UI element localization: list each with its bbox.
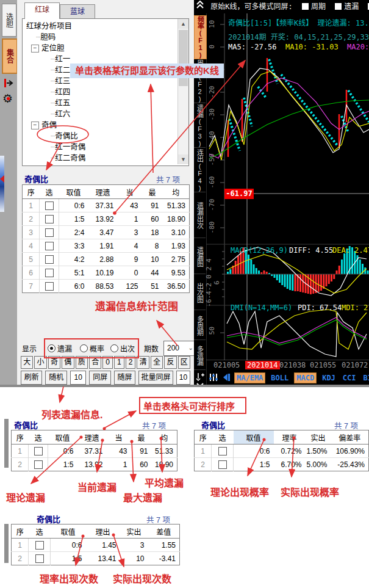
miss-mini-table[interactable]: 序选取值理遗当最均10:637.31439151.3321:513.921601… [11, 430, 177, 471]
table-row[interactable]: 76:088.531255136.50 [23, 280, 190, 293]
table-row[interactable]: 21:513.9216018.90 [23, 212, 190, 226]
column-header[interactable]: 取值 [51, 524, 86, 539]
random-count-input[interactable]: 10 [70, 371, 87, 385]
indicator-boll[interactable]: BOLL [269, 373, 290, 383]
table-row[interactable]: 65:110.190449.53 [23, 266, 190, 280]
table-row[interactable]: 32:43.473183.10 [23, 226, 190, 239]
tab-consecutive-f4[interactable]: 连出(F4) [194, 149, 206, 192]
refresh-button[interactable]: 刷新 [21, 371, 42, 385]
plot-area[interactable]: 10 0 -10 -20 -30 -40 -50 -60 -70 -80 -6-… [206, 13, 369, 360]
row-checkbox[interactable] [45, 215, 54, 223]
tab-red-ball[interactable]: 红球 [24, 2, 60, 19]
indicator-bias[interactable]: BIAS [362, 373, 369, 383]
filter-qu[interactable]: 区 [178, 356, 190, 369]
scroll-down-icon[interactable]: ▼ [178, 154, 188, 164]
prob-mini-table[interactable]: 序选取值理率实出偏差率10:60.72%1.50%106.90%21:56.70… [194, 430, 369, 471]
table-row[interactable]: 21:513.9216018.90 [12, 458, 177, 471]
column-header[interactable]: 理遗 [77, 430, 107, 445]
column-header[interactable]: 实出 [120, 524, 148, 539]
gear-icon[interactable]: ⚙ [2, 92, 13, 106]
column-header[interactable]: 实出 [306, 430, 331, 445]
filter-da[interactable]: 大 [21, 356, 33, 369]
scroll-up-icon[interactable]: ▲ [178, 19, 188, 29]
tab-blue-ball[interactable]: 蓝球 [60, 4, 95, 18]
tree-item-hong1-jiou[interactable]: ┄红一奇偶 [26, 142, 188, 153]
tree-item-hong5[interactable]: ┄红五 [26, 98, 188, 109]
select-dan-button[interactable]: 选胆 [2, 4, 16, 37]
column-header[interactable]: 序 [12, 430, 29, 445]
row-checkbox[interactable] [35, 554, 44, 563]
tree-item-jiou[interactable]: −奇偶 [26, 120, 188, 131]
column-header[interactable]: 取值 [234, 430, 274, 445]
row-checkbox[interactable] [34, 447, 43, 456]
row-checkbox[interactable] [218, 447, 227, 456]
indicator-ma-ema[interactable]: MA/EMA [234, 372, 265, 383]
table-row[interactable]: 21:56.70%5.00%-25.43% [195, 458, 369, 471]
column-header[interactable]: 当 [107, 430, 131, 445]
filter-fan[interactable]: 反 [164, 356, 176, 369]
tree-root[interactable]: 红球分析项目 [26, 21, 188, 32]
row-checkbox[interactable] [34, 460, 43, 469]
column-header[interactable]: 均 [163, 185, 190, 199]
random-button[interactable]: 随机 [45, 371, 66, 385]
batch-count-input[interactable]: 10 [176, 371, 190, 385]
row-checkbox[interactable] [45, 282, 54, 291]
column-header[interactable]: 序 [12, 524, 29, 539]
tree-item-hong6[interactable]: ┄红六 [26, 109, 188, 120]
indicator-kdj[interactable]: KDJ [320, 373, 337, 383]
tree-item-hong4[interactable]: ┄红四 [26, 87, 188, 98]
column-header[interactable]: 最 [131, 430, 152, 445]
count-mini-table[interactable]: 序选取值理出实出差值10:61.4531.5521:513.4110-3.41 [11, 524, 180, 565]
row-checkbox[interactable] [45, 269, 54, 277]
column-header[interactable]: 选 [40, 185, 59, 199]
row-checkbox[interactable] [45, 228, 54, 237]
table-row[interactable]: 21:513.4110-3.41 [12, 552, 180, 565]
tree-item-dingweidan[interactable]: −定位胆 [26, 43, 188, 54]
column-header[interactable]: 选 [212, 430, 234, 445]
collapse-icon[interactable]: − [31, 122, 39, 129]
column-header[interactable]: 序 [23, 185, 40, 199]
collapse-up-icon[interactable] [194, 0, 206, 13]
indicator-cci[interactable]: CCI [341, 373, 358, 383]
row-checkbox[interactable] [45, 255, 54, 264]
row-checkbox[interactable] [45, 242, 54, 250]
column-header[interactable]: 选 [29, 430, 48, 445]
column-header[interactable]: 理遗 [88, 185, 118, 199]
random-screen-button[interactable]: 随屏 [114, 371, 135, 385]
tab-miss-count[interactable]: 遗漏出次 [194, 194, 206, 238]
checkbox-miss[interactable] [335, 3, 342, 10]
tree-item-danma[interactable]: ┄胆码 [26, 32, 188, 43]
tree-scrollbar[interactable]: ▲ ▼ [177, 19, 188, 164]
tab-count-graph[interactable]: 出次图 [194, 275, 206, 310]
column-header[interactable]: 最 [142, 185, 163, 199]
table-row[interactable]: 43:31.91481.93 [23, 239, 190, 253]
indicator-macd[interactable]: MACD [294, 372, 317, 383]
column-header[interactable]: 差值 [148, 524, 180, 539]
tab-multi-miss[interactable]: 多遗漏 [194, 341, 206, 370]
same-screen-button[interactable]: 同屏 [89, 371, 110, 385]
table-row[interactable]: 54:22.889102.75 [23, 253, 190, 266]
filter-quan[interactable]: 全 [151, 356, 163, 369]
column-header[interactable]: 序 [195, 430, 212, 445]
tab-miss-f3[interactable]: 遗漏(F3) [194, 104, 206, 148]
column-header[interactable]: 理率 [274, 430, 306, 445]
row-checkbox[interactable] [35, 541, 44, 550]
odd-even-ratio-table[interactable]: 序选取值理遗当最均10:637.31439151.3321:513.921601… [22, 184, 190, 293]
prev-page-icon[interactable] [222, 373, 231, 383]
tab-multi-period[interactable]: 多周期 [194, 311, 206, 340]
export-arrow-icon[interactable] [2, 78, 15, 90]
collection-button[interactable]: 集合 [2, 38, 18, 74]
batch-same-screen-button[interactable]: 批量同屏 [138, 371, 173, 385]
table-row[interactable]: 10:637.31439151.33 [12, 445, 177, 458]
checkbox-period[interactable] [302, 3, 309, 10]
column-header[interactable]: 偏差率 [331, 430, 369, 445]
row-checkbox[interactable] [45, 201, 54, 210]
tab-miss-graph[interactable]: 遗漏图 [194, 239, 206, 274]
row-checkbox[interactable] [218, 460, 227, 469]
column-header[interactable]: 选 [29, 524, 51, 539]
tree-item-jioubi[interactable]: ┄奇偶比 [26, 131, 188, 142]
tree-item-hong2-jiou[interactable]: ┄红二奇偶 [26, 153, 188, 164]
table-row[interactable]: 10:61.4531.55 [12, 539, 180, 552]
period-dropdown[interactable]: 200⌄ [163, 341, 196, 356]
column-header[interactable]: 取值 [59, 185, 88, 199]
